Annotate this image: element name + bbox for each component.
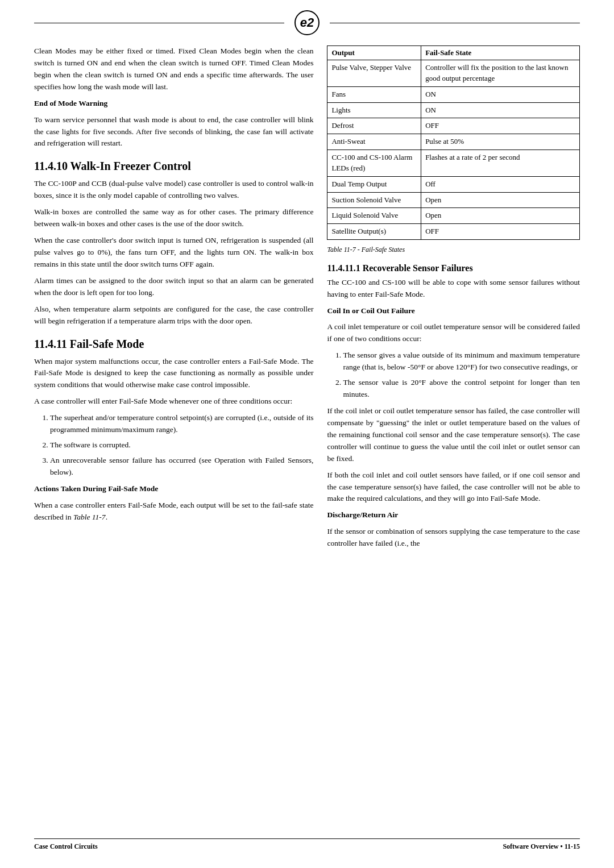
table-row-7-output: Suction Solenoid Valve — [327, 192, 421, 208]
condition-2: The software is corrupted. — [50, 439, 313, 451]
discharge-label: Discharge/Return Air — [327, 509, 580, 521]
end-of-mode-warning-label: End of Mode Warning — [34, 98, 313, 110]
table-row: Suction Solenoid ValveOpen — [327, 192, 580, 208]
actions-p1-end: . — [106, 513, 107, 521]
table-row-9-output: Satellite Output(s) — [327, 224, 421, 240]
table-row-1-state: ON — [421, 86, 580, 102]
discharge-p1: If the sensor or combination of sensors … — [327, 526, 580, 550]
coil-condition-1: The sensor gives a value outside of its … — [343, 350, 580, 373]
coil-failure-p2: If the coil inlet or coil outlet tempera… — [327, 405, 580, 465]
section-1011-p2: A case controller will enter Fail-Safe M… — [34, 396, 313, 408]
coil-failure-p3: If both the coil inlet and coil outlet s… — [327, 470, 580, 505]
conditions-list: The superheat and/or temperature control… — [50, 412, 313, 479]
condition-3: An unrecoverable sensor failure has occu… — [50, 455, 313, 479]
table-row: FansON — [327, 86, 580, 102]
table-row: LightsON — [327, 102, 580, 118]
table-col2-header: Fail-Safe State — [421, 46, 580, 60]
e2-logo: e2 — [294, 10, 320, 35]
table-col1-header: Output — [327, 46, 421, 60]
section-1010-p3: When the case controller's door switch i… — [34, 235, 313, 271]
table-row-9-state: OFF — [421, 224, 580, 240]
table-row: Anti-SweatPulse at 50% — [327, 134, 580, 150]
section-1010-p4: Alarm times can be assigned to the door … — [34, 275, 313, 299]
table-row-3-state: OFF — [421, 118, 580, 134]
section-1010-heading: 11.4.10 Walk-In Freezer Control — [34, 159, 313, 173]
table-row: DefrostOFF — [327, 118, 580, 134]
fail-safe-table: Output Fail-Safe State Pulse Valve, Step… — [327, 45, 580, 240]
top-rule-area: e2 — [0, 0, 614, 35]
table-row-4-output: Anti-Sweat — [327, 134, 421, 150]
table-row: CC-100 and CS-100 Alarm LEDs (red)Flashe… — [327, 150, 580, 177]
section-1010-p5: Also, when temperature alarm setpoints a… — [34, 304, 313, 327]
table-row: Satellite Output(s)OFF — [327, 224, 580, 240]
footer-right: Software Overview • 11-15 — [503, 842, 580, 851]
table-row: Pulse Valve, Stepper ValveController wil… — [327, 60, 580, 87]
section-1010-p2: Walk-in boxes are controlled the same wa… — [34, 206, 313, 230]
section-11411-1-heading: 11.4.11.1 Recoverable Sensor Failures — [327, 263, 580, 273]
table-row-3-output: Defrost — [327, 118, 421, 134]
table-row: Dual Temp OutputOff — [327, 176, 580, 192]
actions-table-ref: Table 11-7 — [73, 513, 106, 521]
table-row-7-state: Open — [421, 192, 580, 208]
footer-left: Case Control Circuits — [34, 842, 98, 851]
actions-p1: When a case controller enters Fail-Safe … — [34, 500, 313, 524]
top-paragraph: Clean Modes may be either fixed or timed… — [34, 45, 313, 93]
table-row-8-state: Open — [421, 208, 580, 224]
coil-conditions-list: The sensor gives a value outside of its … — [343, 350, 580, 401]
table-row-2-state: ON — [421, 102, 580, 118]
table-row: Liquid Solenoid ValveOpen — [327, 208, 580, 224]
table-row-0-state: Controller will fix the position to the … — [421, 60, 580, 87]
table-caption: Table 11-7 - Fail-Safe States — [327, 244, 580, 255]
page: e2 Clean Modes may be either fixed or ti… — [0, 0, 614, 868]
table-row-0-output: Pulse Valve, Stepper Valve — [327, 60, 421, 87]
table-row-5-state: Flashes at a rate of 2 per second — [421, 150, 580, 177]
table-row-6-output: Dual Temp Output — [327, 176, 421, 192]
footer: Case Control Circuits Software Overview … — [34, 838, 580, 851]
top-rule-right — [330, 23, 580, 23]
end-of-mode-warning-text: To warn service personnel that wash mode… — [34, 114, 313, 150]
table-row-8-output: Liquid Solenoid Valve — [327, 208, 421, 224]
left-column: Clean Modes may be either fixed or timed… — [34, 45, 313, 554]
right-column: Output Fail-Safe State Pulse Valve, Step… — [327, 45, 580, 554]
table-row-1-output: Fans — [327, 86, 421, 102]
coil-failure-label: Coil In or Coil Out Failure — [327, 305, 580, 317]
actions-label: Actions Taken During Fail-Safe Mode — [34, 483, 313, 495]
content-area: Clean Modes may be either fixed or timed… — [0, 35, 614, 554]
coil-failure-p1: A coil inlet temperature or coil outlet … — [327, 321, 580, 345]
section-1011-p1: When major system malfunctions occur, th… — [34, 356, 313, 392]
section-1010-p1: The CC-100P and CCB (dual-pulse valve mo… — [34, 178, 313, 202]
table-row-5-output: CC-100 and CS-100 Alarm LEDs (red) — [327, 150, 421, 177]
section-11411-1-p1: The CC-100 and CS-100 will be able to co… — [327, 277, 580, 301]
table-row-2-output: Lights — [327, 102, 421, 118]
coil-condition-2: The sensor value is 20°F above the contr… — [343, 377, 580, 401]
table-row-4-state: Pulse at 50% — [421, 134, 580, 150]
top-rule-left — [34, 23, 284, 23]
section-1011-heading: 11.4.11 Fail-Safe Mode — [34, 337, 313, 351]
table-row-6-state: Off — [421, 176, 580, 192]
condition-1: The superheat and/or temperature control… — [50, 412, 313, 436]
